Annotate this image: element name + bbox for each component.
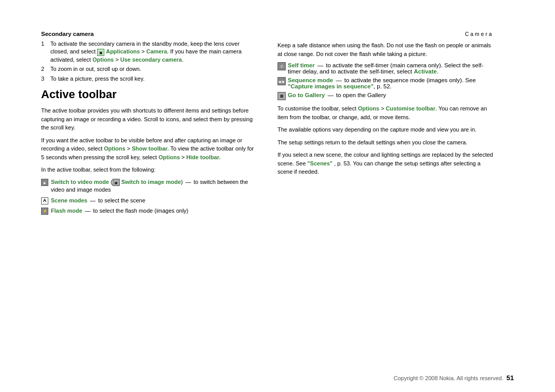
self-timer-link: Self timer — [288, 62, 314, 68]
hide-toolbar-link: Hide toolbar. — [187, 154, 221, 160]
step-2-text: To zoom in or out, scroll up or down. — [50, 65, 141, 73]
step-1-num: 1 — [41, 40, 48, 64]
gallery-text: Go to Gallery — to open the Gallery — [288, 92, 386, 98]
step-3-text: To take a picture, press the scroll key. — [50, 75, 144, 83]
active-toolbar-heading: Active toolbar — [41, 88, 257, 101]
step-3: 3 To take a picture, press the scroll ke… — [41, 75, 257, 83]
customise-mid: > — [379, 105, 386, 111]
active-toolbar-para2: If you want the active toolbar to be vis… — [41, 136, 257, 162]
gallery-icon: ▦ — [278, 92, 286, 100]
content-area: Secondary camera 1 To activate the secon… — [0, 0, 555, 369]
flash-icon: ⚡ — [41, 208, 48, 215]
capture-sequence-link: "Capture images in sequence" — [288, 83, 374, 89]
secondary-camera-title: Secondary camera — [41, 31, 257, 37]
step-2: 2 To zoom in or out, scroll up or down. — [41, 65, 257, 73]
scene-para: If you select a new scene, the colour an… — [278, 151, 493, 176]
left-column: Secondary camera 1 To activate the secon… — [41, 31, 257, 338]
toolbar-item-video: ▶ Switch to video mode (▣ Switch to imag… — [41, 178, 257, 194]
flash-mode-text: Flash mode — [51, 208, 82, 214]
customise-before: To customise the toolbar, select — [278, 105, 358, 111]
app-icon: ▣ — [97, 49, 104, 56]
options-link-3: Options — [158, 154, 180, 160]
right-column: Camera Keep a safe distance when using t… — [278, 31, 493, 338]
use-secondary-link: Use secondary camera — [120, 57, 182, 63]
step-3-num: 3 — [41, 75, 48, 83]
active-toolbar-para1: The active toolbar provides you with sho… — [41, 106, 257, 132]
switch-video-text: Switch to video mode — [51, 179, 109, 185]
customise-toolbar-link: Customise toolbar — [386, 105, 436, 111]
scene-mid: , p. 53. — [334, 160, 353, 166]
step-2-num: 2 — [41, 65, 48, 73]
para2-mid2: > — [180, 154, 187, 160]
sequence-mode-link: Sequence mode — [288, 77, 333, 83]
applications-link: Applications — [106, 48, 140, 54]
activate-link: Activate — [414, 68, 437, 74]
step-1: 1 To activate the secondary camera in th… — [41, 40, 257, 64]
switch-video-label: Switch to video mode (▣ Switch to image … — [51, 178, 257, 194]
header-label: Camera — [465, 31, 493, 37]
image-mode-icon: ▣ — [113, 179, 120, 186]
para2-mid: > — [125, 145, 132, 152]
camera-link: Camera — [146, 48, 167, 54]
vary-para: The available options vary depending on … — [278, 125, 493, 134]
options-customise-link: Options — [358, 105, 380, 111]
gallery-link: Go to Gallery — [288, 92, 325, 98]
scene-modes-text: Scene modes — [51, 197, 87, 203]
sequence-icon: ▣▣ — [278, 77, 286, 85]
toolbar-items-list: ▶ Switch to video mode (▣ Switch to imag… — [41, 178, 257, 215]
page-number: 51 — [507, 374, 514, 382]
scene-modes-label: Scene modes — to select the scene — [51, 197, 145, 204]
self-timer-icon: ⏱ — [278, 62, 286, 70]
toolbar-item-flash: ⚡ Flash mode — to select the flash mode … — [41, 207, 257, 215]
self-timer-text: Self timer — to activate the self-timer … — [288, 62, 493, 74]
gallery-row: ▦ Go to Gallery — to open the Gallery — [278, 92, 493, 100]
page-header: Camera — [278, 31, 493, 37]
scenes-link: "Scenes" — [307, 160, 332, 166]
customise-para: To customise the toolbar, select Options… — [278, 104, 493, 121]
secondary-camera-section: Secondary camera 1 To activate the secon… — [41, 31, 257, 83]
footer: Copyright © 2008 Nokia. All rights reser… — [0, 369, 555, 392]
flash-warning-para: Keep a safe distance when using the flas… — [278, 41, 493, 58]
switch-image-text: Switch to image mode — [121, 179, 181, 185]
video-mode-icon: ▶ — [41, 179, 48, 186]
options-link-2: Options — [104, 145, 125, 152]
self-timer-row: ⏱ Self timer — to activate the self-time… — [278, 62, 493, 74]
sequence-mode-text: Sequence mode — to activate the sequence… — [288, 77, 493, 89]
toolbar-item-scene: A Scene modes — to select the scene — [41, 197, 257, 204]
default-para: The setup settings return to the default… — [278, 138, 493, 147]
show-toolbar-link: Show toolbar. — [132, 145, 169, 152]
page: Secondary camera 1 To activate the secon… — [0, 0, 555, 392]
flash-mode-label: Flash mode — to select the flash mode (i… — [51, 207, 189, 215]
sequence-mode-row: ▣▣ Sequence mode — to activate the seque… — [278, 77, 493, 89]
copyright-text: Copyright © 2008 Nokia. All rights reser… — [394, 375, 504, 381]
options-link-1: Options — [92, 57, 114, 63]
step-1-text: To activate the secondary camera in the … — [50, 40, 257, 64]
scene-icon: A — [41, 197, 48, 204]
active-toolbar-para3: In the active toolbar, select from the f… — [41, 165, 257, 174]
secondary-camera-steps: 1 To activate the secondary camera in th… — [41, 40, 257, 83]
